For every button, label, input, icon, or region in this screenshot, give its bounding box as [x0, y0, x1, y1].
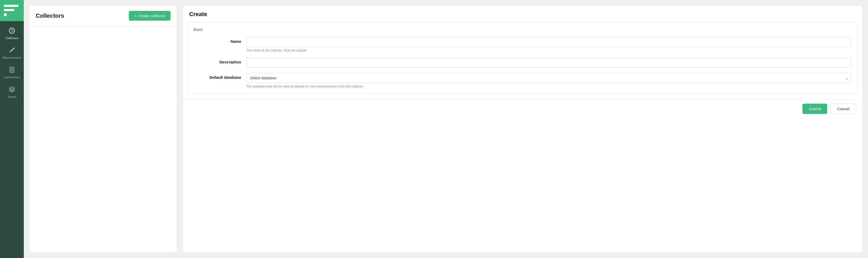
name-row: Name The name of the collector. Must be …	[194, 37, 851, 52]
logo	[0, 0, 24, 21]
basis-section: Basis Name The name of the collector. Mu…	[188, 22, 857, 94]
collectors-title: Collectors	[36, 12, 64, 19]
select-wrap: Select database ⌄	[247, 73, 851, 83]
name-label: Name	[194, 37, 241, 43]
description-label: Description	[194, 58, 241, 64]
calculator-icon	[9, 67, 15, 74]
sidebar-item-calculations[interactable]: Calculations	[0, 63, 24, 83]
create-right: Create Basis Name The name of the collec…	[183, 5, 863, 253]
sidebar-label-calculations: Calculations	[4, 75, 20, 79]
default-database-select[interactable]: Select database	[247, 73, 851, 83]
clock-icon	[9, 28, 15, 35]
cancel-button[interactable]: Cancel	[831, 104, 856, 114]
box-icon	[9, 86, 15, 94]
main-content: Collectors + Create collector Create Bas…	[24, 0, 868, 258]
name-control: The name of the collector. Must be uniqu…	[247, 37, 851, 52]
description-row: Description	[194, 58, 851, 68]
create-title: Create	[183, 5, 863, 22]
svg-line-2	[13, 49, 13, 49]
logo-bar-long	[4, 5, 19, 7]
create-panel-content: Create Basis Name The name of the collec…	[183, 5, 863, 99]
sidebar: Collectors Measurements	[0, 0, 24, 258]
name-input[interactable]	[247, 37, 851, 47]
logo-dot	[4, 13, 7, 17]
create-panel: Create Basis Name The name of the collec…	[183, 5, 863, 253]
submit-button[interactable]: Submit	[802, 104, 828, 114]
sidebar-label-measurements: Measurements	[2, 56, 22, 59]
logo-bar-short	[4, 9, 14, 11]
sidebar-label-assets: Assets	[7, 95, 16, 98]
name-hint: The name of the collector. Must be uniqu…	[247, 49, 851, 52]
svg-line-3	[11, 50, 12, 51]
description-control	[247, 58, 851, 68]
sidebar-label-collectors: Collectors	[5, 36, 19, 40]
database-hint: The database that will be used by defaul…	[247, 85, 851, 88]
default-database-row: Default database Select database ⌄ The d…	[194, 73, 851, 88]
ruler-icon	[9, 47, 15, 55]
create-footer: Submit Cancel	[183, 99, 863, 118]
description-input[interactable]	[247, 58, 851, 68]
default-database-label: Default database	[194, 73, 241, 79]
collectors-panel: Collectors + Create collector	[29, 5, 177, 253]
sidebar-item-assets[interactable]: Assets	[0, 83, 24, 102]
collectors-header: Collectors + Create collector	[29, 5, 177, 26]
basis-legend: Basis	[194, 28, 851, 32]
collectors-list	[29, 26, 177, 253]
create-collector-button[interactable]: + Create collector	[129, 11, 170, 21]
sidebar-item-collectors[interactable]: Collectors	[0, 24, 24, 43]
default-database-control: Select database ⌄ The database that will…	[247, 73, 851, 88]
svg-line-1	[12, 50, 13, 50]
sidebar-item-measurements[interactable]: Measurements	[0, 43, 24, 63]
